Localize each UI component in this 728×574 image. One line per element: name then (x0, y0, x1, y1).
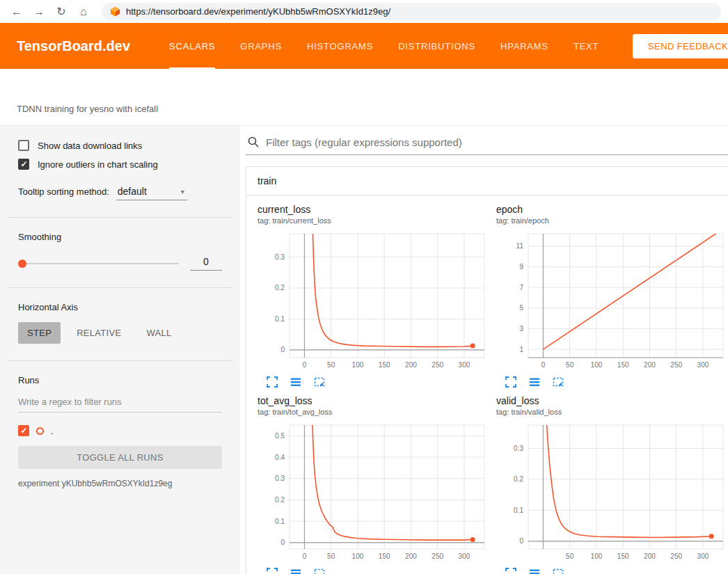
train-section-header[interactable]: train (246, 167, 728, 196)
svg-text:250: 250 (432, 361, 443, 369)
slider-handle[interactable] (18, 260, 26, 268)
tooltip-sorting-select[interactable]: default ▾ (116, 185, 187, 200)
nav-tabs: SCALARS GRAPHS HISTOGRAMS DISTRIBUTIONS … (169, 23, 624, 69)
run-checkbox[interactable] (18, 425, 29, 436)
fit-domain-icon[interactable] (552, 567, 564, 574)
svg-text:0.3: 0.3 (275, 475, 285, 482)
tab-distributions[interactable]: DISTRIBUTIONS (398, 23, 475, 69)
data-table-icon[interactable] (528, 567, 541, 574)
fullscreen-icon[interactable] (505, 376, 517, 388)
fit-domain-icon[interactable] (313, 376, 326, 388)
filter-tags-placeholder: Filter tags (regular expressions support… (266, 136, 462, 148)
svg-text:0.1: 0.1 (275, 518, 285, 525)
show-download-links-checkbox[interactable] (18, 140, 29, 151)
svg-text:50: 50 (327, 552, 335, 560)
fullscreen-icon[interactable] (266, 567, 278, 574)
svg-text:0: 0 (303, 361, 307, 369)
send-feedback-button[interactable]: SEND FEEDBACK (633, 34, 728, 58)
back-icon[interactable]: ← (7, 6, 26, 18)
svg-text:1: 1 (519, 346, 523, 353)
axis-relative-button[interactable]: RELATIVE (68, 322, 130, 344)
tab-hparams[interactable]: HPARAMS (500, 23, 548, 69)
svg-text:0.1: 0.1 (275, 315, 285, 323)
ignore-outliers-label: Ignore outliers in chart scaling (38, 159, 158, 170)
svg-text:300: 300 (697, 552, 709, 560)
axis-step-button[interactable]: STEP (18, 322, 61, 344)
smoothing-slider[interactable] (18, 263, 179, 264)
data-table-icon[interactable] (528, 376, 541, 388)
fit-domain-icon[interactable] (313, 567, 326, 574)
show-download-links-label: Show data download links (38, 141, 142, 151)
address-bar[interactable]: https://tensorboard.dev/experiment/yKUbh… (102, 3, 721, 20)
run-color-icon (36, 427, 44, 435)
svg-text:0: 0 (303, 552, 307, 560)
chart-title: valid_loss (496, 395, 728, 406)
svg-text:150: 150 (379, 552, 390, 560)
tooltip-sorting-label: Tooltip sorting method: (18, 186, 109, 197)
smoothing-value-input[interactable]: 0 (190, 256, 222, 271)
tooltip-sorting-row: Tooltip sorting method: default ▾ (18, 185, 222, 200)
fullscreen-icon[interactable] (266, 376, 278, 388)
svg-text:250: 250 (432, 552, 443, 560)
svg-text:100: 100 (352, 552, 364, 560)
tab-graphs[interactable]: GRAPHS (240, 23, 282, 69)
axis-wall-button[interactable]: WALL (137, 322, 180, 344)
data-table-icon[interactable] (290, 376, 302, 388)
home-icon[interactable]: ⌂ (74, 6, 93, 18)
forward-icon[interactable]: → (29, 6, 49, 18)
toggle-all-runs-button[interactable]: TOGGLE ALL RUNS (18, 446, 222, 469)
chart-toolbar (496, 376, 728, 388)
svg-text:9: 9 (519, 263, 523, 271)
tab-scalars[interactable]: SCALARS (169, 23, 215, 69)
data-table-icon[interactable] (290, 567, 302, 574)
svg-text:0: 0 (280, 539, 285, 546)
site-icon (110, 6, 120, 17)
line-chart[interactable]: 00.10.20.350100150200250300 (496, 421, 727, 564)
svg-text:50: 50 (566, 361, 574, 369)
train-section-card: train current_loss tag: train/current_lo… (246, 166, 728, 574)
chart-toolbar (496, 567, 728, 574)
tensorboard-logo[interactable]: TensorBoard.dev (17, 38, 130, 54)
run-name: . (51, 426, 54, 436)
svg-text:250: 250 (670, 361, 682, 369)
fit-domain-icon[interactable] (552, 376, 564, 388)
search-icon (247, 136, 260, 148)
line-chart[interactable]: 00.10.20.30.40.5050100150200250300 (258, 421, 489, 564)
fullscreen-icon[interactable] (505, 567, 517, 574)
tab-histograms[interactable]: HISTOGRAMS (307, 23, 373, 69)
chart-title: current_loss (258, 204, 494, 215)
ignore-outliers-checkbox[interactable] (18, 159, 29, 170)
svg-text:200: 200 (644, 361, 656, 369)
tab-text[interactable]: TEXT (573, 23, 599, 69)
filter-tags-row[interactable]: Filter tags (regular expressions support… (246, 133, 728, 155)
svg-text:50: 50 (327, 361, 335, 369)
refresh-icon[interactable]: ↻ (52, 5, 71, 18)
svg-text:0.5: 0.5 (275, 432, 285, 440)
svg-text:0: 0 (280, 346, 285, 353)
svg-text:0.3: 0.3 (275, 253, 285, 261)
svg-text:200: 200 (405, 552, 417, 560)
chart-card: epoch tag: train/epoch 13579110501001502… (496, 204, 728, 388)
charts-grid: current_loss tag: train/current_loss 00.… (246, 196, 728, 574)
app-header: TensorBoard.dev SCALARS GRAPHS HISTOGRAM… (0, 23, 728, 69)
line-chart[interactable]: 00.10.20.3050100150200250300 (258, 230, 489, 373)
divider (7, 360, 233, 361)
subheader: TDNN training for yesno with icefall (0, 69, 728, 125)
svg-text:11: 11 (516, 242, 524, 250)
chart-toolbar (258, 376, 494, 388)
chart-tag: tag: train/current_loss (258, 216, 494, 225)
chart-card: current_loss tag: train/current_loss 00.… (258, 204, 494, 388)
svg-text:0.2: 0.2 (514, 475, 523, 483)
ignore-outliers-row: Ignore outliers in chart scaling (18, 159, 222, 170)
runs-filter-input[interactable]: Write a regex to filter runs (18, 397, 222, 413)
chart-tag: tag: train/valid_loss (496, 408, 728, 416)
chart-title: tot_avg_loss (258, 395, 494, 406)
svg-text:5: 5 (519, 304, 523, 312)
divider (7, 217, 233, 218)
svg-text:0.2: 0.2 (275, 284, 285, 292)
svg-text:0.2: 0.2 (275, 496, 285, 504)
browser-toolbar: ← → ↻ ⌂ https://tensorboard.dev/experime… (0, 0, 728, 23)
line-chart[interactable]: 1357911050100150200250300 (496, 230, 727, 373)
svg-text:0: 0 (541, 361, 546, 369)
run-row: . (18, 425, 222, 436)
